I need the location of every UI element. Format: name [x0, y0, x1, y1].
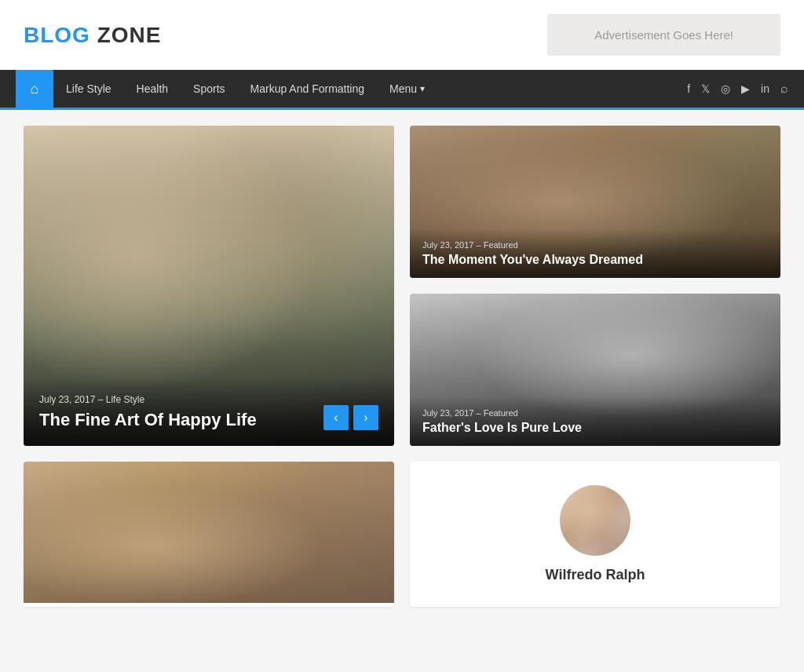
nav-item-sports[interactable]: Sports [181, 70, 237, 108]
nav-item-menu[interactable]: Menu [377, 70, 437, 108]
side-card-1[interactable]: July 23, 2017 – Featured The Moment You'… [410, 126, 780, 278]
hero-prev-button[interactable]: ‹ [323, 405, 349, 430]
side-title-1: The Moment You've Always Dreamed [422, 253, 768, 267]
site-header: BLOG ZONE Advertisement Goes Here! [0, 0, 804, 70]
youtube-icon[interactable]: ▶ [741, 82, 750, 95]
featured-grid: July 23, 2017 – Life Style The Fine Art … [24, 126, 780, 446]
side-meta-1: July 23, 2017 – Featured [422, 240, 768, 250]
advertisement-banner: Advertisement Goes Here! [547, 14, 780, 56]
home-button[interactable]: ⌂ [16, 70, 53, 108]
hero-controls: ‹ › [323, 405, 378, 430]
author-name: Wilfredo Ralph [546, 567, 645, 583]
side-card-2[interactable]: July 23, 2017 – Featured Father's Love I… [410, 294, 780, 446]
bottom-article-card[interactable] [24, 462, 394, 607]
nav-item-health[interactable]: Health [124, 70, 181, 108]
side-cards: July 23, 2017 – Featured The Moment You'… [410, 126, 780, 446]
bottom-grid: Wilfredo Ralph [24, 462, 780, 607]
instagram-icon[interactable]: ◎ [721, 82, 730, 95]
hero-next-button[interactable]: › [353, 405, 378, 430]
site-logo[interactable]: BLOG ZONE [24, 23, 161, 48]
side-overlay-2: July 23, 2017 – Featured Father's Love I… [410, 397, 780, 446]
bottom-article-image [24, 462, 394, 603]
side-meta-2: July 23, 2017 – Featured [422, 408, 768, 418]
nav-right: f 𝕏 ◎ ▶ in ⌕ [687, 82, 788, 96]
nav-item-lifestyle[interactable]: Life Style [53, 70, 124, 108]
nav-item-markup[interactable]: Markup And Formatting [238, 70, 378, 108]
hero-meta: July 23, 2017 – Life Style [39, 394, 378, 405]
main-navbar: ⌂ Life Style Health Sports Markup And Fo… [0, 70, 804, 108]
nav-left: ⌂ Life Style Health Sports Markup And Fo… [16, 70, 437, 108]
author-avatar [560, 485, 630, 556]
hero-card[interactable]: July 23, 2017 – Life Style The Fine Art … [24, 126, 394, 446]
logo-zone: ZONE [90, 23, 162, 47]
linkedin-icon[interactable]: in [761, 82, 769, 95]
search-icon[interactable]: ⌕ [780, 82, 788, 96]
side-overlay-1: July 23, 2017 – Featured The Moment You'… [410, 229, 780, 278]
twitter-icon[interactable]: 𝕏 [701, 82, 710, 95]
author-card: Wilfredo Ralph [410, 462, 780, 607]
side-title-2: Father's Love Is Pure Love [422, 421, 768, 435]
facebook-icon[interactable]: f [687, 82, 690, 95]
main-content: July 23, 2017 – Life Style The Fine Art … [0, 110, 804, 623]
logo-blog: BLOG [24, 23, 90, 47]
